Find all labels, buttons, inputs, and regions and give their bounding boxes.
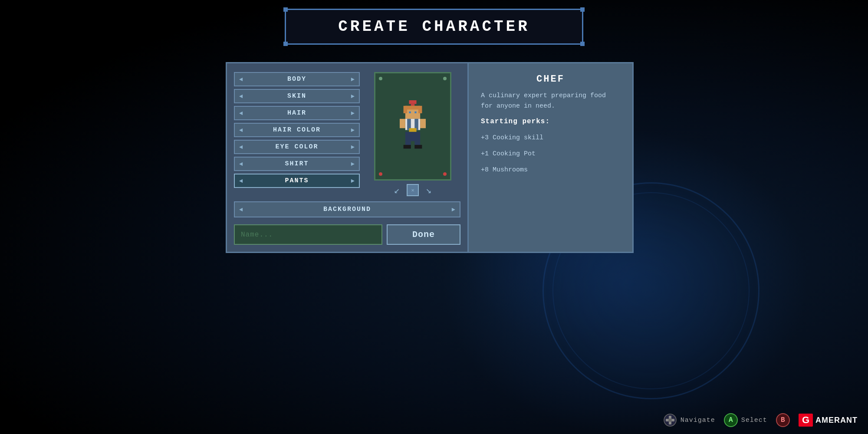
- class-name: CHEF: [481, 74, 620, 85]
- rotate-center-button[interactable]: ✕: [407, 184, 419, 196]
- character-frame: [374, 72, 451, 181]
- button-a-icon: A: [724, 413, 738, 427]
- rotate-center-icon: ✕: [411, 187, 414, 194]
- page-title: CREATE CHARACTER: [338, 18, 530, 36]
- svg-point-24: [668, 418, 672, 422]
- option-label-background: BACKGROUND: [243, 206, 451, 213]
- svg-rect-1: [411, 104, 415, 106]
- frame-corner-tl: [379, 77, 382, 80]
- perk-2: +1 Cooking Pot: [481, 150, 620, 158]
- arrow-left-hair[interactable]: ◄: [239, 110, 243, 117]
- arrow-right-skin[interactable]: ►: [351, 93, 355, 100]
- perks-title: Starting perks:: [481, 118, 620, 125]
- button-b-icon: B: [776, 413, 790, 427]
- b-hint: B: [776, 413, 790, 427]
- left-panel: ◄ BODY ► ◄ SKIN ► ◄ HAIR ►: [226, 62, 469, 253]
- arrow-right-haircolor[interactable]: ►: [351, 127, 355, 134]
- option-eye-color[interactable]: ◄ EYE COLOR ►: [234, 140, 360, 154]
- done-button[interactable]: Done: [387, 224, 460, 245]
- frame-corner-br: [443, 172, 447, 176]
- options-list: ◄ BODY ► ◄ SKIN ► ◄ HAIR ►: [234, 72, 360, 196]
- navigate-hint: Navigate: [663, 413, 715, 427]
- option-background[interactable]: ◄ BACKGROUND ►: [234, 201, 460, 217]
- svg-rect-16: [414, 145, 422, 149]
- select-label: Select: [741, 417, 767, 424]
- option-pants[interactable]: ◄ PANTS ►: [234, 174, 360, 188]
- option-label-eyecolor: EYE COLOR: [243, 143, 351, 151]
- arrow-right-body[interactable]: ►: [351, 76, 355, 83]
- frame-corner-bl: [379, 172, 382, 176]
- svg-rect-7: [405, 106, 420, 110]
- arrow-right-background[interactable]: ►: [452, 206, 455, 213]
- character-sprite: [393, 100, 432, 152]
- option-shirt[interactable]: ◄ SHIRT ►: [234, 157, 360, 171]
- option-body[interactable]: ◄ BODY ►: [234, 72, 360, 86]
- frame-corner-tr: [443, 77, 447, 80]
- main-content: ◄ BODY ► ◄ SKIN ► ◄ HAIR ►: [226, 62, 642, 253]
- arrow-left-skin[interactable]: ◄: [239, 93, 243, 100]
- arrow-left-haircolor[interactable]: ◄: [239, 127, 243, 134]
- title-box: CREATE CHARACTER: [285, 9, 583, 45]
- dpad-icon: [663, 413, 677, 427]
- arrow-left-body[interactable]: ◄: [239, 76, 243, 83]
- class-description: A culinary expert preparing food for any…: [481, 91, 620, 112]
- character-preview: ↙ ✕ ↘: [365, 72, 460, 196]
- corner-decoration: [580, 7, 585, 12]
- arrow-left-shirt[interactable]: ◄: [239, 161, 243, 168]
- arrow-left-background[interactable]: ◄: [239, 206, 243, 213]
- right-panel: CHEF A culinary expert preparing food fo…: [469, 62, 634, 253]
- option-label-skin: SKIN: [243, 92, 351, 100]
- select-hint: A Select: [724, 413, 767, 427]
- option-label-pants: PANTS: [243, 177, 351, 184]
- option-label-body: BODY: [243, 76, 351, 83]
- svg-rect-0: [409, 100, 416, 104]
- svg-rect-11: [409, 128, 416, 132]
- gamerant-g-letter: G: [799, 414, 813, 427]
- perk-1: +3 Cooking skill: [481, 134, 620, 141]
- screen: CREATE CHARACTER ◄ BODY ► ◄ SKIN ►: [0, 0, 868, 434]
- svg-rect-18: [420, 119, 426, 128]
- arrow-right-hair[interactable]: ►: [351, 110, 355, 117]
- rotate-left-button[interactable]: ↙: [394, 184, 400, 196]
- option-label-haircolor: HAIR COLOR: [243, 126, 351, 134]
- navigate-label: Navigate: [681, 417, 715, 424]
- arrow-right-eyecolor[interactable]: ►: [351, 144, 355, 151]
- corner-decoration: [283, 42, 288, 46]
- arrow-right-pants[interactable]: ►: [351, 178, 355, 184]
- svg-rect-3: [409, 112, 411, 113]
- bottom-row: Done: [234, 224, 460, 245]
- arrow-left-eyecolor[interactable]: ◄: [239, 144, 243, 151]
- arrow-right-shirt[interactable]: ►: [351, 161, 355, 168]
- rotate-controls: ↙ ✕ ↘: [394, 184, 432, 196]
- options-area: ◄ BODY ► ◄ SKIN ► ◄ HAIR ►: [234, 72, 460, 196]
- rotate-right-button[interactable]: ↘: [426, 184, 431, 196]
- svg-rect-12: [405, 132, 420, 141]
- bottom-bar: Navigate A Select B G AMERANT: [653, 406, 868, 434]
- option-hair-color[interactable]: ◄ HAIR COLOR ►: [234, 123, 360, 137]
- gamerant-logo: G AMERANT: [799, 414, 858, 427]
- svg-rect-15: [404, 145, 411, 149]
- option-label-shirt: SHIRT: [243, 160, 351, 168]
- option-hair[interactable]: ◄ HAIR ►: [234, 106, 360, 120]
- option-skin[interactable]: ◄ SKIN ►: [234, 89, 360, 103]
- svg-rect-17: [400, 119, 405, 128]
- perk-3: +8 Mushrooms: [481, 166, 620, 174]
- option-label-hair: HAIR: [243, 109, 351, 117]
- name-input[interactable]: [234, 224, 382, 245]
- svg-rect-4: [414, 112, 416, 113]
- gamerant-text: AMERANT: [815, 416, 858, 425]
- arrow-left-pants[interactable]: ◄: [239, 178, 243, 184]
